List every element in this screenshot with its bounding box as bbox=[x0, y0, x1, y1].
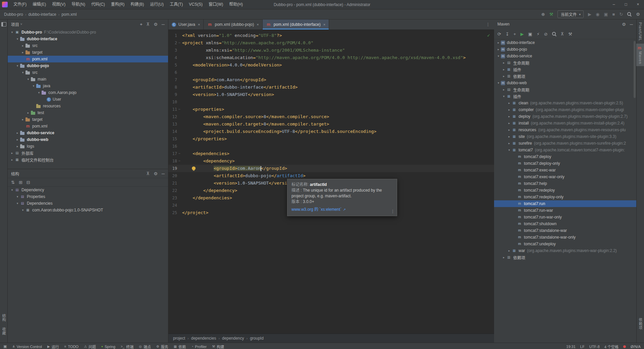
tab-options-kebab-icon[interactable]: ⋮ bbox=[482, 19, 494, 30]
debug-icon[interactable]: ◉ bbox=[596, 12, 599, 16]
maven-tree-item[interactable]: ▸▦install(org.apache.maven.plugins:maven… bbox=[494, 120, 636, 127]
maven-tree-item[interactable]: ▾mdubbo-web bbox=[494, 80, 636, 86]
code-line[interactable]: 20 <artifactId>dubbo-pojo</artifactId> bbox=[168, 172, 494, 180]
structure-tree-item[interactable]: ▾▦com.Aaron:dubbo-pojo:1.0-SNAPSHOT bbox=[8, 207, 168, 213]
project-tree-item[interactable]: ▸dubbo-service bbox=[8, 130, 168, 136]
maven-tree-item[interactable]: ▾▦tomcat7(org.apache.tomcat.maven:tomcat… bbox=[494, 147, 636, 153]
statusbar-item-dependencies[interactable]: ▦依赖 bbox=[174, 344, 186, 349]
project-tool-window-button[interactable] bbox=[1, 22, 6, 27]
maven-tree-item[interactable]: ▸▥依赖项 bbox=[494, 254, 636, 261]
code-line[interactable]: 4 xsi:schemaLocation="http://maven.apach… bbox=[168, 54, 494, 61]
statusbar-item-version-control[interactable]: ⋔Version Control bbox=[12, 345, 42, 349]
code-with-me-icon[interactable]: ⊕ bbox=[541, 12, 545, 16]
project-tree-item[interactable]: ▸src bbox=[8, 42, 168, 49]
editor-tab[interactable]: CUser.java× bbox=[168, 19, 204, 30]
menu-item[interactable]: 工具(T) bbox=[167, 0, 186, 9]
editor-breadcrumb-item[interactable]: dependencies bbox=[191, 336, 216, 341]
code-line[interactable]: 10 bbox=[168, 98, 494, 106]
structure-tool-window-button[interactable]: 结构 bbox=[1, 311, 6, 325]
filter-members-icon[interactable]: ⊟ bbox=[26, 180, 30, 185]
code-line[interactable]: 17− <dependencies> bbox=[168, 150, 494, 157]
toggle-offline-icon[interactable]: ⚡ bbox=[537, 32, 540, 36]
code-line[interactable]: 16 bbox=[168, 143, 494, 150]
maximize-button[interactable]: □ bbox=[620, 0, 632, 9]
search-icon[interactable] bbox=[552, 32, 556, 36]
tab-close-icon[interactable]: × bbox=[323, 22, 325, 27]
breadcrumb-item[interactable]: Dubbo-pro bbox=[4, 12, 23, 17]
add-maven-project-icon[interactable]: + bbox=[514, 32, 516, 36]
fold-marker-icon[interactable]: − bbox=[177, 150, 181, 157]
code-line[interactable]: 14 <project.build.sourceEncoding>UTF-8</… bbox=[168, 128, 494, 135]
menu-item[interactable]: 构建(B) bbox=[127, 0, 147, 9]
editor-tab[interactable]: mpom.xml (dubbo-pojo)× bbox=[204, 19, 262, 30]
search-everywhere-icon[interactable] bbox=[627, 12, 632, 16]
intention-bulb-icon[interactable] bbox=[192, 166, 196, 170]
settings-icon[interactable]: ⚙ bbox=[154, 171, 158, 176]
group-members-icon[interactable]: ⊞ bbox=[19, 180, 22, 185]
project-tree-item[interactable]: ▾src bbox=[8, 69, 168, 76]
plantuml-tool-window-button[interactable]: PlantUML bbox=[638, 19, 642, 44]
project-tree-item[interactable]: ▸target bbox=[8, 49, 168, 56]
statusbar-item-todo[interactable]: ≡TODO bbox=[64, 345, 78, 349]
statusbar-item-terminal[interactable]: >_终端 bbox=[121, 344, 133, 349]
fold-marker-icon[interactable]: − bbox=[177, 39, 181, 47]
dependencies-tool-window-button[interactable]: 依赖项 bbox=[638, 315, 643, 333]
maven-tree-item[interactable]: mtomcat7:run bbox=[494, 200, 636, 207]
maven-scrollbar[interactable] bbox=[634, 41, 636, 98]
tool-window-switcher-icon[interactable]: ▣ bbox=[3, 344, 7, 349]
skip-tests-icon[interactable]: ⊘ bbox=[544, 32, 548, 36]
menu-item[interactable]: 视图(V) bbox=[49, 0, 68, 9]
menu-item[interactable]: 代码(C) bbox=[88, 0, 108, 9]
statusbar-indicator[interactable]: UTF-8 bbox=[589, 345, 600, 349]
maven-tree-item[interactable]: ▸▦site(org.apache.maven.plugins:maven-si… bbox=[494, 133, 636, 140]
close-button[interactable]: × bbox=[632, 0, 644, 9]
doc-popup-kebab-icon[interactable]: ⋮ bbox=[391, 209, 395, 214]
build-hammer-icon[interactable]: ⚒ bbox=[549, 12, 553, 16]
editor-breadcrumb-item[interactable]: dependency bbox=[222, 336, 244, 341]
structure-tree-item[interactable]: ▾▤Dependencies bbox=[8, 200, 168, 207]
collapse-all-icon[interactable]: ⊼ bbox=[561, 32, 564, 36]
statusbar-item-endpoints[interactable]: ◎端点 bbox=[139, 344, 151, 349]
update-project-icon[interactable]: ↻ bbox=[619, 12, 623, 16]
stop-icon[interactable]: ■ bbox=[612, 12, 615, 16]
maven-tree-item[interactable]: ▸▤生命周期 bbox=[494, 86, 636, 93]
inspection-ok-icon[interactable]: ✓ bbox=[487, 33, 490, 38]
maven-tree-item[interactable]: mtomcat7:deploy-only bbox=[494, 160, 636, 167]
maven-tree-item[interactable]: mtomcat7:exec-war bbox=[494, 167, 636, 173]
code-line[interactable]: 13 <maven.compiler.target>8</maven.compi… bbox=[168, 120, 494, 128]
favorites-tool-window-button[interactable]: 收藏 bbox=[1, 325, 6, 338]
sort-alphabetically-icon[interactable]: ⇅ bbox=[11, 180, 15, 185]
project-tree-item[interactable]: resources bbox=[8, 103, 168, 109]
code-line[interactable]: 1<?xml version="1.0" encoding="UTF-8"?> bbox=[168, 32, 494, 39]
run-icon[interactable]: ▶ bbox=[588, 12, 591, 16]
coverage-icon[interactable]: ▣ bbox=[604, 12, 608, 16]
statusbar-item-problems[interactable]: ⚠问题 bbox=[84, 344, 96, 349]
code-line[interactable]: 3 xmlns:xsi="http://www.w3.org/2001/XMLS… bbox=[168, 47, 494, 54]
code-line[interactable]: 19 <groupId>com.Aaron</groupId> bbox=[168, 165, 494, 172]
maven-tree-item[interactable]: ▸▦clean(org.apache.maven.plugins:maven-c… bbox=[494, 100, 636, 106]
project-tree-item[interactable]: ▾dubbo-interface bbox=[8, 36, 168, 42]
doc-external-link[interactable]: www.w3.org 的 `xs:element` bbox=[291, 207, 341, 212]
download-sources-icon[interactable]: ↧ bbox=[505, 32, 509, 36]
project-tree-item[interactable]: ▾com.Aaron.pojo bbox=[8, 89, 168, 96]
structure-tree-item[interactable]: ▾▤Dependency bbox=[8, 187, 168, 193]
menu-item[interactable]: 帮助(H) bbox=[226, 0, 246, 9]
project-tree-item[interactable]: CUser bbox=[8, 96, 168, 103]
project-tree-item[interactable]: ▸▦临时文件和控制台 bbox=[8, 156, 168, 163]
maven-tree-item[interactable]: ▸▦surefire(org.apache.maven.plugins:mave… bbox=[494, 140, 636, 147]
menu-item[interactable]: 窗口(W) bbox=[206, 0, 226, 9]
project-tree-item[interactable]: ▸▤外部库 bbox=[8, 150, 168, 156]
maven-tree-item[interactable]: mtomcat7:exec-war-only bbox=[494, 173, 636, 180]
reimport-icon[interactable]: ⟳ bbox=[497, 32, 501, 36]
project-tree-item[interactable]: ▾dubbo-pojo bbox=[8, 62, 168, 69]
menu-item[interactable]: 文件(F) bbox=[10, 0, 30, 9]
maven-tree-item[interactable]: mtomcat7:run-war bbox=[494, 207, 636, 214]
maven-tree-item[interactable]: ▸▦compiler(org.apache.maven.plugins:mave… bbox=[494, 106, 636, 113]
maven-tree-item[interactable]: ▸mdubbo-pojo bbox=[494, 46, 636, 53]
menu-item[interactable]: 重构(R) bbox=[108, 0, 128, 9]
menu-item[interactable]: 编辑(E) bbox=[30, 0, 49, 9]
maven-tree-item[interactable]: mtomcat7:undeploy bbox=[494, 241, 636, 247]
statusbar-indicator[interactable]: 19:31 bbox=[566, 345, 576, 349]
project-panel-title[interactable]: 项目 bbox=[11, 21, 19, 27]
maven-tool-window-button[interactable]: m Maven bbox=[636, 44, 644, 66]
